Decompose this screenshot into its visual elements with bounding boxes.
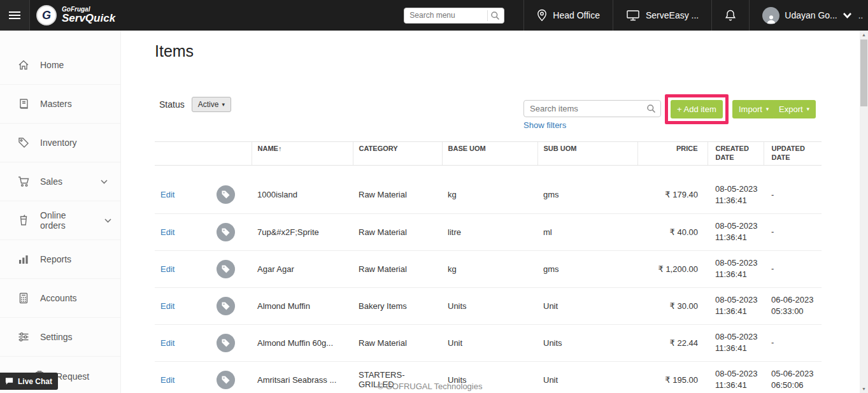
tag-icon[interactable] [217, 185, 235, 204]
brand-logo[interactable]: G GoFrugal ServQuick [30, 0, 125, 31]
header-name[interactable]: NAME↑ [252, 142, 353, 166]
product-name: ServQuick [62, 13, 115, 24]
chevron-down-icon [843, 12, 852, 18]
search-icon[interactable] [646, 104, 656, 113]
tag-icon [17, 136, 30, 149]
table-row: Edit Amritsari Seabrass ... STARTERS- GR… [155, 361, 822, 393]
user-name: Udayan Go... [785, 10, 837, 20]
sidebar: Home Masters Inventory Sales Online orde… [0, 31, 121, 393]
show-filters-link[interactable]: Show filters [523, 120, 566, 130]
location-selector[interactable]: Head Office [523, 0, 613, 31]
edit-link[interactable]: Edit [160, 338, 174, 348]
header-updated-date[interactable]: UPDATED DATE [764, 142, 822, 166]
items-table: NAME↑ CATEGORY BASE UOM SUB UOM PRICE CR… [155, 141, 822, 393]
hamburger-menu-button[interactable] [0, 0, 30, 31]
item-price: ₹ 1,200.00 [637, 250, 708, 287]
status-dropdown[interactable]: Active ▾ [192, 97, 231, 112]
header-edit [155, 142, 211, 166]
scrollbar-thumb[interactable] [860, 39, 867, 106]
sidebar-item-home[interactable]: Home [0, 46, 120, 85]
status-value: Active [198, 100, 219, 109]
topbar: G GoFrugal ServQuick Head Office ServeEa… [0, 0, 868, 31]
sidebar-item-inventory[interactable]: Inventory [0, 124, 120, 162]
bar-chart-icon [17, 253, 30, 266]
item-updated-date: 06-06-2023 05:33:00 [764, 287, 822, 324]
calculator-icon [17, 292, 30, 304]
location-pin-icon [537, 9, 547, 22]
item-sub-uom: ml [537, 213, 637, 250]
item-name: 7up&#x2F;Sprite [252, 213, 353, 250]
sidebar-item-online-orders[interactable]: Online orders [0, 201, 120, 240]
sidebar-item-accounts[interactable]: Accounts [0, 279, 120, 318]
table-header-row: NAME↑ CATEGORY BASE UOM SUB UOM PRICE CR… [155, 142, 822, 166]
edit-link[interactable]: Edit [160, 190, 174, 199]
edit-link[interactable]: Edit [160, 301, 174, 311]
book-icon [17, 97, 30, 110]
item-created-date: 08-05-2023 11:36:41 [708, 213, 764, 250]
header-price[interactable]: PRICE [637, 142, 708, 166]
header-sub-uom[interactable]: SUB UOM [537, 142, 637, 166]
item-price: ₹ 179.40 [637, 176, 708, 213]
item-category: Raw Material [353, 176, 442, 213]
items-table-body: Edit 1000island Raw Material kg gms ₹ 17… [155, 165, 822, 393]
tag-icon[interactable] [217, 297, 235, 315]
sidebar-item-masters[interactable]: Masters [0, 85, 120, 124]
add-item-button[interactable]: + Add item [671, 100, 723, 118]
live-chat-label: Live Chat [18, 377, 52, 386]
sidebar-item-label: Settings [40, 332, 73, 342]
header-created-date[interactable]: CREATED DATE [708, 142, 764, 166]
item-price: ₹ 22.44 [637, 324, 708, 361]
items-search-input[interactable] [523, 100, 661, 117]
sidebar-item-sales[interactable]: Sales [0, 162, 120, 201]
item-base-uom: Units [442, 287, 537, 324]
item-name: Amritsari Seabrass ... [252, 361, 353, 393]
live-chat-button[interactable]: Live Chat [0, 373, 58, 390]
notifications-button[interactable] [711, 0, 749, 31]
terminal-selector[interactable]: ServeEasy ... [613, 0, 711, 31]
item-base-uom: kg [442, 176, 537, 213]
header-category[interactable]: CATEGORY [353, 142, 442, 166]
caret-down-icon: ▾ [222, 102, 225, 108]
search-icon[interactable] [490, 11, 500, 20]
export-button[interactable]: Export ▾ [772, 100, 816, 118]
item-category: Raw Material [353, 250, 442, 287]
item-price: ₹ 30.00 [637, 287, 708, 324]
user-menu[interactable]: Udayan Go... .. [749, 0, 868, 31]
page-title: Items [155, 42, 194, 61]
terminal-icon [626, 9, 640, 22]
table-row: Edit 1000island Raw Material kg gms ₹ 17… [155, 176, 822, 213]
item-created-date: 08-05-2023 11:36:41 [708, 287, 764, 324]
edit-link[interactable]: Edit [160, 264, 174, 274]
item-created-date: 08-05-2023 11:36:41 [708, 361, 764, 393]
import-button[interactable]: Import ▾ [732, 100, 775, 118]
item-updated-date: - [764, 324, 822, 361]
sidebar-item-settings[interactable]: Settings [0, 318, 120, 357]
person-icon [766, 14, 776, 24]
item-price: ₹ 195.00 [637, 361, 708, 393]
tag-icon[interactable] [217, 371, 235, 389]
tag-icon[interactable] [217, 260, 235, 278]
menu-search-input[interactable] [404, 8, 504, 24]
sidebar-item-label: Reports [40, 254, 71, 264]
item-sub-uom: Units [537, 324, 637, 361]
sidebar-item-reports[interactable]: Reports [0, 240, 120, 279]
item-created-date: 08-05-2023 11:36:41 [708, 176, 764, 213]
search-divider [487, 10, 488, 21]
edit-link[interactable]: Edit [160, 375, 174, 385]
main-content: Items Status Active ▾ Show filters + Add… [121, 31, 860, 393]
item-name: Almond Muffin 60g... [252, 324, 353, 361]
vertical-scrollbar[interactable]: ▲ ▼ [860, 31, 868, 393]
edit-link[interactable]: Edit [160, 227, 174, 237]
home-icon [17, 59, 30, 71]
scroll-up-button[interactable]: ▲ [860, 31, 868, 39]
status-label: Status [159, 99, 185, 110]
tag-icon[interactable] [217, 334, 235, 352]
user-trailing-text: .. [858, 11, 863, 20]
scroll-down-button[interactable]: ▼ [860, 385, 868, 393]
header-base-uom[interactable]: BASE UOM [442, 142, 537, 166]
sidebar-item-label: Accounts [40, 293, 77, 303]
item-category: Bakery Items [353, 287, 442, 324]
tag-icon[interactable] [217, 223, 235, 241]
item-base-uom: litre [442, 213, 537, 250]
item-name: 1000island [252, 176, 353, 213]
